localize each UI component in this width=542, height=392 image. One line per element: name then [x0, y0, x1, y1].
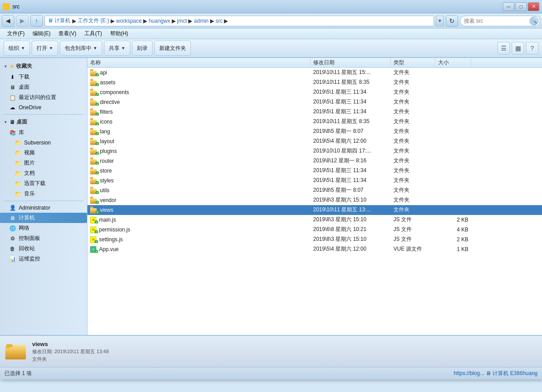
- file-name-text: components: [100, 89, 129, 95]
- sidebar-item-label: 桌面: [19, 83, 29, 91]
- close-button[interactable]: ✕: [528, 2, 539, 11]
- file-name: ✓ router: [87, 157, 310, 165]
- preview-type: 文件夹: [32, 356, 109, 363]
- menu-edit[interactable]: 编辑(E): [29, 29, 54, 38]
- sidebar-item-controlpanel[interactable]: ⚙ 控制面板: [0, 233, 87, 243]
- col-header-size[interactable]: 大小: [435, 58, 471, 67]
- file-name: ✓ assets: [87, 79, 310, 86]
- refresh-button[interactable]: ↻: [446, 15, 458, 27]
- file-type: 文件夹: [391, 78, 435, 86]
- desktop-header[interactable]: ▼ 🖥 桌面: [0, 116, 87, 128]
- file-name-text: vendor: [100, 197, 116, 203]
- table-row[interactable]: ✓ views 2019\10\11 星期五 13:... 文件夹: [87, 205, 542, 215]
- table-row[interactable]: JS ✓ permission.js 2019\6\8 星期六 10:21 JS…: [87, 225, 542, 235]
- sidebar-item-administrator[interactable]: 👤 Administrator: [0, 203, 87, 213]
- sidebar-item-computer[interactable]: 🖥 计算机: [0, 213, 87, 223]
- file-size: 1 KB: [435, 246, 471, 252]
- file-type: JS 文件: [391, 235, 435, 243]
- path-part[interactable]: 工作文件 (E:): [78, 17, 109, 25]
- path-part[interactable]: workspace: [116, 18, 141, 24]
- path-part[interactable]: src: [215, 18, 223, 24]
- sidebar-item-document[interactable]: 📁 文档: [0, 168, 87, 178]
- table-row[interactable]: ✓ vendor 2019\8\3 星期六 15:10 文件夹: [87, 195, 542, 205]
- table-row[interactable]: ✓ router 2019\8\12 星期一 8:16 文件夹: [87, 156, 542, 166]
- table-row[interactable]: ✓ layout 2019\5\4 星期六 12:00 文件夹: [87, 136, 542, 146]
- table-row[interactable]: ✓ utils 2019\8\5 星期一 8:07 文件夹: [87, 186, 542, 195]
- open-button[interactable]: 打开 ▼: [32, 41, 58, 56]
- burn-button[interactable]: 刻录: [132, 41, 153, 56]
- sidebar-item-desktop[interactable]: 🖥 桌面: [0, 82, 87, 92]
- menu-file[interactable]: 文件(F): [4, 29, 28, 38]
- table-row[interactable]: JS ✓ main.js 2019\8\3 星期六 15:10 JS 文件 2 …: [87, 215, 542, 225]
- file-date: 2019\5\1 星期三 11:34: [310, 167, 391, 174]
- table-row[interactable]: ✓ plugins 2019\10\10 星期四 17:... 文件夹: [87, 146, 542, 156]
- table-row[interactable]: ✓ filters 2019\5\1 星期三 11:34 文件夹: [87, 107, 542, 117]
- sidebar-item-recent[interactable]: 📋 最近访问的位置: [0, 92, 87, 103]
- sidebar-item-label: 视频: [24, 149, 35, 157]
- up-button[interactable]: ↑: [30, 15, 43, 27]
- view-details-button[interactable]: ☰: [497, 42, 510, 54]
- col-header-date[interactable]: 修改日期: [310, 58, 391, 67]
- path-part[interactable]: 🖥 计算机: [48, 17, 70, 25]
- file-type: 文件夹: [391, 98, 435, 106]
- search-icon[interactable]: 🔍: [530, 17, 538, 25]
- path-part[interactable]: admin: [194, 18, 209, 24]
- table-row[interactable]: ✓ components 2019\5\1 星期三 11:34 文件夹: [87, 87, 542, 97]
- menu-help[interactable]: 帮助(H): [107, 29, 132, 38]
- onedrive-icon: ☁: [9, 104, 16, 111]
- search-input[interactable]: [460, 16, 540, 26]
- path-part[interactable]: jmct: [177, 18, 187, 24]
- file-name: ✓ plugins: [87, 148, 310, 155]
- file-date: 2019\5\1 星期三 11:34: [310, 108, 391, 116]
- include-library-button[interactable]: 包含到库中 ▼: [60, 41, 102, 56]
- path-part[interactable]: huangwx: [149, 18, 170, 24]
- col-header-name[interactable]: 名称: [87, 58, 310, 67]
- title-bar: src ─ □ ✕: [0, 0, 542, 13]
- back-button[interactable]: ◀: [2, 15, 14, 27]
- table-row[interactable]: V ✓ App.vue 2019\5\4 星期六 12:00 VUE 源文件 1…: [87, 244, 542, 254]
- sidebar-item-monitor[interactable]: 📊 运维监控: [0, 254, 87, 264]
- sidebar-item-download[interactable]: ⬇ 下载: [0, 72, 87, 82]
- favorites-header[interactable]: ▼ ★ 收藏夹: [0, 61, 87, 72]
- table-row[interactable]: ✓ lang 2019\8\5 星期一 8:07 文件夹: [87, 127, 542, 136]
- folder-icon: ✓: [90, 69, 98, 76]
- sidebar-item-label: 最近访问的位置: [19, 94, 56, 101]
- table-row[interactable]: ✓ styles 2019\5\1 星期三 11:34 文件夹: [87, 176, 542, 186]
- organize-button[interactable]: 组织 ▼: [4, 41, 30, 56]
- sidebar-item-video[interactable]: 📁 视频: [0, 148, 87, 158]
- sidebar-item-network[interactable]: 🌐 网络: [0, 223, 87, 233]
- table-row[interactable]: ✓ assets 2019\10\11 星期五 8:35 文件夹: [87, 78, 542, 87]
- table-row[interactable]: ✓ icons 2019\10\11 星期五 8:35 文件夹: [87, 117, 542, 127]
- forward-button[interactable]: ▶: [16, 15, 29, 27]
- file-name: JS ✓ permission.js: [87, 226, 310, 233]
- minimize-button[interactable]: ─: [503, 2, 514, 11]
- table-row[interactable]: ✓ api 2019\10\11 星期五 15:... 文件夹: [87, 68, 542, 78]
- sidebar-item-recycle[interactable]: 🗑 回收站: [0, 243, 87, 254]
- col-header-type[interactable]: 类型: [391, 58, 435, 67]
- help-button[interactable]: ?: [526, 42, 538, 54]
- sidebar-item-music[interactable]: 📁 音乐: [0, 189, 87, 199]
- new-folder-button[interactable]: 新建文件夹: [154, 41, 191, 56]
- menu-tools[interactable]: 工具(T): [81, 29, 105, 38]
- folder-icon: ✓: [90, 167, 98, 174]
- address-dropdown[interactable]: ▼: [436, 16, 444, 26]
- folder-icon: ✓: [90, 138, 98, 145]
- sidebar-item-subversion[interactable]: 📁 Subversion: [0, 138, 87, 148]
- sidebar-item-library[interactable]: 📚 库: [0, 128, 87, 138]
- table-row[interactable]: ✓ store 2019\5\1 星期三 11:34 文件夹: [87, 166, 542, 176]
- file-date: 2019\5\4 星期六 12:00: [310, 245, 391, 253]
- maximize-button[interactable]: □: [515, 2, 527, 11]
- file-type: VUE 源文件: [391, 245, 435, 253]
- js-file-icon: JS ✓: [90, 216, 97, 223]
- sidebar-item-thunderdownload[interactable]: 📁 迅雷下载: [0, 178, 87, 189]
- sidebar-item-onedrive[interactable]: ☁ OneDrive: [0, 103, 87, 112]
- menu-view[interactable]: 查看(V): [55, 29, 80, 38]
- sidebar-item-image[interactable]: 📁 图片: [0, 158, 87, 168]
- share-button[interactable]: 共享 ▼: [104, 41, 130, 56]
- table-row[interactable]: JS ✓ settings.js 2019\8\3 星期六 15:10 JS 文…: [87, 235, 542, 244]
- table-row[interactable]: ✓ directive 2019\5\1 星期三 11:34 文件夹: [87, 97, 542, 107]
- address-path[interactable]: 🖥 计算机 ▶ 工作文件 (E:) ▶ workspace ▶ huangwx …: [45, 16, 434, 26]
- view-pane-button[interactable]: ▦: [512, 42, 524, 54]
- file-date: 2019\8\5 星期一 8:07: [310, 128, 391, 135]
- file-name-text: lang: [100, 128, 110, 135]
